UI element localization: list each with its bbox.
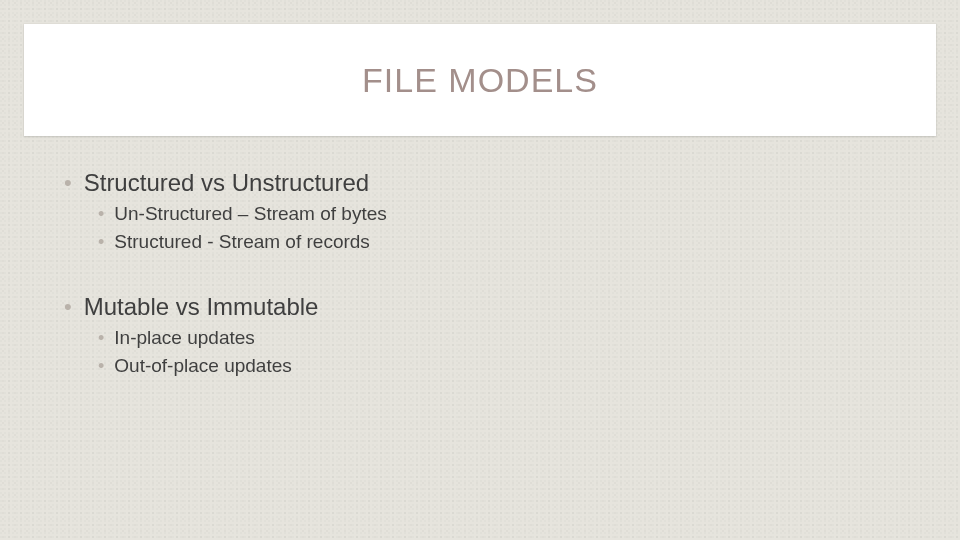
list-item-label: Structured vs Unstructured bbox=[84, 168, 369, 198]
list-item: • Un-Structured – Stream of bytes bbox=[98, 202, 912, 226]
bullet-icon: • bbox=[98, 354, 104, 378]
list-item-label: Out-of-place updates bbox=[114, 354, 291, 378]
list-item-label: Structured - Stream of records bbox=[114, 230, 370, 254]
bullet-icon: • bbox=[64, 168, 72, 198]
title-bar: FILE MODELS bbox=[24, 24, 936, 136]
list-item: • Mutable vs Immutable bbox=[64, 292, 912, 322]
list-item-label: In-place updates bbox=[114, 326, 255, 350]
list-item: • Structured vs Unstructured bbox=[64, 168, 912, 198]
list-item: • In-place updates bbox=[98, 326, 912, 350]
bullet-icon: • bbox=[98, 230, 104, 254]
slide-content: • Structured vs Unstructured • Un-Struct… bbox=[64, 158, 912, 378]
list-item: • Structured - Stream of records bbox=[98, 230, 912, 254]
bullet-icon: • bbox=[64, 292, 72, 322]
list-item-label: Mutable vs Immutable bbox=[84, 292, 319, 322]
spacer bbox=[64, 254, 912, 282]
bullet-icon: • bbox=[98, 202, 104, 226]
slide-title: FILE MODELS bbox=[362, 61, 598, 100]
list-item-label: Un-Structured – Stream of bytes bbox=[114, 202, 386, 226]
list-item: • Out-of-place updates bbox=[98, 354, 912, 378]
slide: FILE MODELS • Structured vs Unstructured… bbox=[0, 0, 960, 540]
bullet-icon: • bbox=[98, 326, 104, 350]
